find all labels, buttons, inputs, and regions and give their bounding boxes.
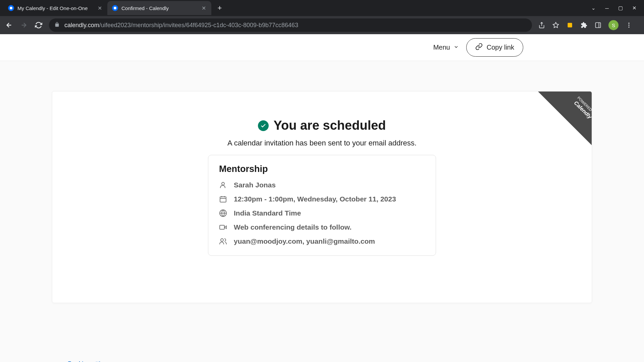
confirmation-subtitle: A calendar invitation has been sent to y… xyxy=(72,139,572,147)
svg-point-9 xyxy=(222,182,224,185)
menu-label: Menu xyxy=(433,44,450,51)
timezone-row: India Standard Time xyxy=(219,209,425,217)
page-viewport: Menu Copy link POWERED BY Calendly xyxy=(0,34,644,362)
address-bar[interactable]: calendly.com/uifeed2023/mentorship/invit… xyxy=(49,18,532,32)
scheduled-title: You are scheduled xyxy=(72,118,572,133)
globe-icon xyxy=(219,209,227,217)
extension-notif-icon[interactable] xyxy=(566,21,574,29)
svg-point-8 xyxy=(628,26,629,27)
tabs-dropdown-icon[interactable]: ⌄ xyxy=(591,5,596,11)
svg-rect-16 xyxy=(220,225,224,229)
minimize-icon[interactable]: ─ xyxy=(605,5,609,11)
copy-link-button[interactable]: Copy link xyxy=(466,38,523,57)
star-icon[interactable] xyxy=(552,21,559,29)
svg-point-1 xyxy=(114,7,116,9)
tab-title: Confirmed - Calendly xyxy=(121,5,197,11)
svg-point-18 xyxy=(221,239,223,241)
new-tab-button[interactable]: + xyxy=(214,2,225,14)
event-details-box: Mentorship Sarah Jonas 12:30pm - 1:00pm,… xyxy=(208,155,436,256)
calendly-favicon xyxy=(112,5,118,11)
menu-button[interactable]: Menu xyxy=(433,44,459,51)
link-icon xyxy=(475,43,483,52)
calendly-favicon xyxy=(8,5,14,11)
kebab-menu-icon[interactable] xyxy=(625,21,633,29)
maximize-icon[interactable]: ▢ xyxy=(618,5,623,11)
cookie-settings-link[interactable]: Cookie settings xyxy=(67,360,111,362)
svg-point-0 xyxy=(10,7,12,9)
reload-button[interactable] xyxy=(34,21,43,29)
page-title: You are scheduled xyxy=(273,118,386,133)
datetime-row: 12:30pm - 1:00pm, Wednesday, October 11,… xyxy=(219,195,425,203)
host-name: Sarah Jonas xyxy=(234,181,276,189)
svg-rect-10 xyxy=(220,197,226,202)
people-icon xyxy=(219,237,227,245)
svg-point-7 xyxy=(628,24,629,25)
confirmation-card: POWERED BY Calendly You are scheduled A … xyxy=(52,91,592,303)
page-body: POWERED BY Calendly You are scheduled A … xyxy=(0,61,644,362)
copy-link-label: Copy link xyxy=(487,44,514,51)
window-controls: ⌄ ─ ▢ ✕ xyxy=(591,5,644,11)
browser-toolbar: calendly.com/uifeed2023/mentorship/invit… xyxy=(0,16,644,34)
page-header: Menu Copy link xyxy=(0,34,644,61)
video-icon xyxy=(219,223,227,231)
toolbar-right: S xyxy=(538,20,635,30)
event-timezone: India Standard Time xyxy=(234,209,301,217)
close-window-icon[interactable]: ✕ xyxy=(632,5,637,11)
svg-marker-2 xyxy=(553,22,559,28)
lock-icon xyxy=(54,22,60,28)
browser-chrome: My Calendly - Edit One-on-One ✕ Confirme… xyxy=(0,0,644,34)
guests-row: yuan@moodjoy.com, yuanli@gmailto.com xyxy=(219,237,425,245)
back-button[interactable] xyxy=(5,21,13,29)
tab-bar: My Calendly - Edit One-on-One ✕ Confirme… xyxy=(0,0,644,16)
event-name: Mentorship xyxy=(219,164,425,174)
sidepanel-icon[interactable] xyxy=(594,21,602,29)
svg-rect-4 xyxy=(596,23,601,28)
location-row: Web conferencing details to follow. xyxy=(219,223,425,231)
check-circle-icon xyxy=(258,120,269,131)
share-icon[interactable] xyxy=(538,21,545,29)
chevron-down-icon xyxy=(453,44,459,51)
host-row: Sarah Jonas xyxy=(219,181,425,189)
person-icon xyxy=(219,181,227,189)
close-icon[interactable]: ✕ xyxy=(201,5,207,11)
svg-rect-3 xyxy=(568,23,572,27)
close-icon[interactable]: ✕ xyxy=(97,5,103,11)
tab-my-calendly[interactable]: My Calendly - Edit One-on-One ✕ xyxy=(3,1,107,15)
event-location: Web conferencing details to follow. xyxy=(234,223,352,231)
calendar-icon xyxy=(219,195,227,203)
event-datetime: 12:30pm - 1:00pm, Wednesday, October 11,… xyxy=(234,195,396,203)
tab-title: My Calendly - Edit One-on-One xyxy=(17,5,93,11)
event-guests: yuan@moodjoy.com, yuanli@gmailto.com xyxy=(234,237,375,245)
forward-button[interactable] xyxy=(19,21,28,29)
extensions-icon[interactable] xyxy=(580,21,588,29)
svg-point-6 xyxy=(628,23,629,24)
profile-avatar[interactable]: S xyxy=(608,20,619,30)
tab-confirmed[interactable]: Confirmed - Calendly ✕ xyxy=(107,1,211,15)
url-text: calendly.com/uifeed2023/mentorship/invit… xyxy=(64,22,298,29)
